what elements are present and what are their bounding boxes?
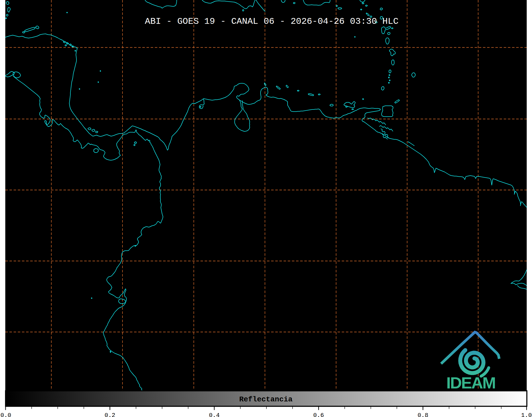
svg-text:0.8: 0.8	[418, 412, 429, 417]
svg-text:0.2: 0.2	[104, 412, 115, 417]
svg-text:Reflectancia: Reflectancia	[239, 395, 293, 404]
svg-text:IDEAM: IDEAM	[446, 374, 495, 392]
svg-text:ABI - GOES 19 - CANAL 06 - 202: ABI - GOES 19 - CANAL 06 - 2026-04-26 03…	[145, 16, 399, 26]
svg-text:0.0: 0.0	[1, 412, 11, 417]
svg-text:0.6: 0.6	[313, 412, 324, 417]
svg-text:0.4: 0.4	[209, 412, 220, 417]
svg-text:1.0: 1.0	[521, 412, 532, 417]
